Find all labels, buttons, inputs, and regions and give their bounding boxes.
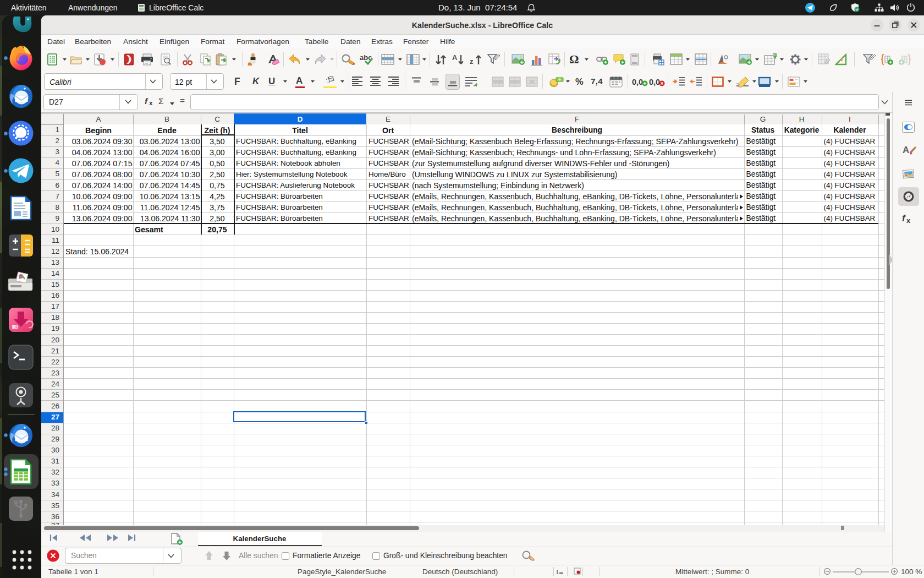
svg-text:A: A <box>452 53 458 62</box>
svg-text:Ω: Ω <box>569 54 579 65</box>
svg-text:z: z <box>470 57 474 66</box>
